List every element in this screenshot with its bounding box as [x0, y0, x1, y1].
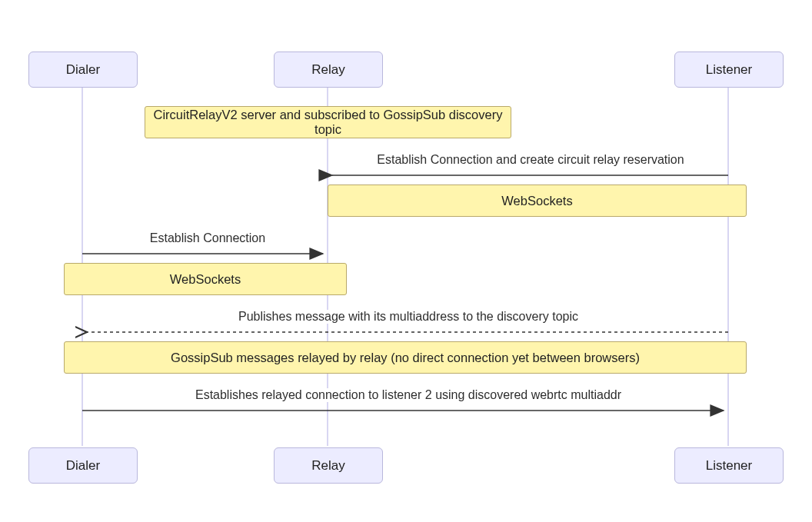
- actor-label: Dialer: [66, 458, 100, 474]
- msg-label-listener-relay: Establish Connection and create circuit …: [361, 153, 700, 167]
- actor-label: Dialer: [66, 62, 100, 78]
- actor-label: Listener: [706, 62, 752, 78]
- msg-text: Establish Connection and create circuit …: [377, 153, 684, 166]
- note-text: WebSockets: [170, 272, 241, 287]
- note-text: CircuitRelayV2 server and subscribed to …: [150, 108, 506, 137]
- actor-relay-bottom: Relay: [274, 447, 383, 484]
- msg-label-listener-dialer: Publishes message with its multiaddress …: [200, 310, 617, 324]
- actor-label: Relay: [311, 458, 344, 474]
- note-text: WebSockets: [501, 194, 572, 208]
- note-text: GossipSub messages relayed by relay (no …: [171, 351, 640, 365]
- msg-label-dialer-relay: Establish Connection: [89, 231, 326, 245]
- lifeline-listener: [727, 86, 729, 446]
- actor-listener-top: Listener: [674, 52, 784, 88]
- sequence-diagram: Dialer Relay Listener CircuitRelayV2 ser…: [0, 0, 812, 522]
- msg-text: Establishes relayed connection to listen…: [195, 388, 621, 401]
- actor-dialer-bottom: Dialer: [28, 447, 138, 484]
- note-gossipsub: GossipSub messages relayed by relay (no …: [64, 341, 747, 374]
- actor-label: Relay: [311, 62, 344, 78]
- note-relay-setup: CircuitRelayV2 server and subscribed to …: [145, 106, 511, 138]
- actor-label: Listener: [706, 458, 752, 474]
- note-websockets-listener: WebSockets: [328, 185, 747, 217]
- actor-listener-bottom: Listener: [674, 447, 784, 484]
- actor-dialer-top: Dialer: [28, 52, 138, 88]
- msg-text: Establish Connection: [150, 231, 265, 244]
- actor-relay-top: Relay: [274, 52, 383, 88]
- msg-label-dialer-listener: Establishes relayed connection to listen…: [154, 388, 663, 402]
- note-websockets-dialer: WebSockets: [64, 263, 347, 295]
- msg-text: Publishes message with its multiaddress …: [238, 310, 578, 323]
